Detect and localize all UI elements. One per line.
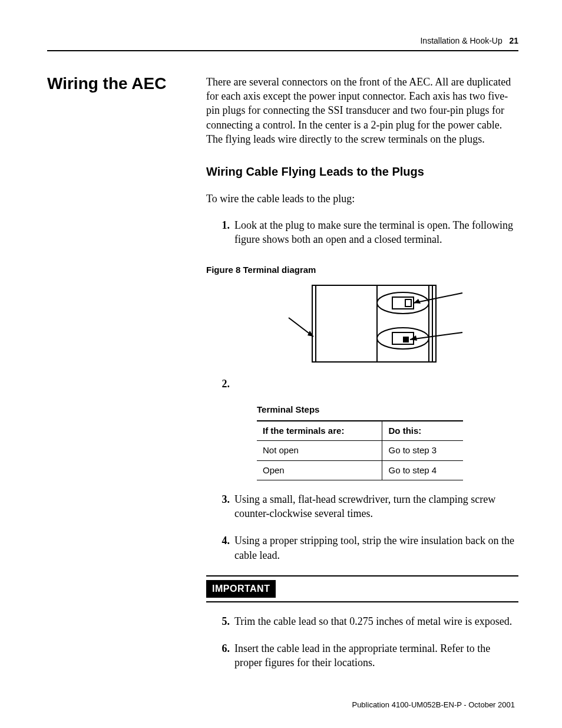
step-text: Look at the plug to make sure the termin…: [234, 218, 518, 247]
step-text: [234, 377, 518, 391]
running-header: Installation & Hook-Up 21: [47, 35, 518, 51]
step-text: Using a small, flat-head screwdriver, tu…: [234, 492, 518, 521]
lead-in-text: To wire the cable leads to the plug:: [206, 192, 518, 206]
header-section: Installation & Hook-Up: [420, 36, 502, 45]
intro-paragraph: There are several connectors on the fron…: [206, 75, 518, 146]
publication-footer: Publication 4100-UM052B-EN-P - October 2…: [352, 700, 515, 710]
step-number: 1.: [206, 218, 234, 247]
step-list: 1. Look at the plug to make sure the ter…: [206, 218, 518, 247]
table-header-col1: If the terminals are:: [257, 421, 382, 441]
step-list-continued-34: 3. Using a small, flat-head screwdriver,…: [206, 492, 518, 562]
step-list-continued-2: 2.: [206, 377, 518, 391]
figure-caption: Figure 8 Terminal diagram: [206, 264, 518, 276]
step-number: 6.: [206, 641, 234, 670]
table-row: Not open Go to step 3: [257, 441, 463, 460]
step-number: 2.: [206, 377, 234, 391]
step-list-continued-56: 5. Trim the cable lead so that 0.275 inc…: [206, 614, 518, 670]
step-number: 5.: [206, 614, 234, 628]
side-column: Wiring the AEC: [47, 75, 206, 93]
step-3: 3. Using a small, flat-head screwdriver,…: [206, 492, 518, 521]
step-2: 2.: [206, 377, 518, 391]
table-header-row: If the terminals are: Do this:: [257, 421, 463, 441]
step-6: 6. Insert the cable lead in the appropri…: [206, 641, 518, 670]
subheading: Wiring Cable Flying Leads to the Plugs: [206, 164, 518, 180]
table-cell: Open: [257, 460, 382, 480]
step-number: 4.: [206, 533, 234, 562]
table-row: Open Go to step 4: [257, 460, 463, 480]
table-title: Terminal Steps: [257, 404, 518, 416]
svg-rect-0: [312, 285, 436, 362]
svg-rect-6: [405, 299, 411, 307]
svg-rect-9: [403, 337, 409, 342]
step-4: 4. Using a proper stripping tool, strip …: [206, 533, 518, 562]
step-text: Trim the cable lead so that 0.275 inches…: [234, 614, 518, 628]
step-text: Using a proper stripping tool, strip the…: [234, 533, 518, 562]
important-label: IMPORTANT: [206, 580, 276, 598]
step-number: 3.: [206, 492, 234, 521]
step-1: 1. Look at the plug to make sure the ter…: [206, 218, 518, 247]
svg-rect-1: [316, 285, 432, 362]
step-5: 5. Trim the cable lead so that 0.275 inc…: [206, 614, 518, 628]
section-heading: Wiring the AEC: [47, 75, 206, 93]
table-cell: Not open: [257, 441, 382, 460]
main-column: There are several connectors on the fron…: [206, 75, 518, 683]
table-header-col2: Do this:: [382, 421, 463, 441]
svg-line-12: [414, 293, 462, 303]
page-content: Installation & Hook-Up 21 Wiring the AEC…: [47, 35, 518, 683]
terminal-steps-table-wrap: Terminal Steps If the terminals are: Do …: [257, 404, 518, 480]
terminal-steps-table: If the terminals are: Do this: Not open …: [257, 420, 463, 480]
header-page-number: 21: [509, 36, 518, 45]
table-cell: Go to step 4: [382, 460, 463, 480]
step-text: Insert the cable lead in the appropriate…: [234, 641, 518, 670]
two-column-layout: Wiring the AEC There are several connect…: [47, 75, 518, 683]
terminal-diagram-figure: [277, 282, 471, 365]
important-callout: IMPORTANT: [206, 575, 518, 602]
table-cell: Go to step 3: [382, 441, 463, 460]
